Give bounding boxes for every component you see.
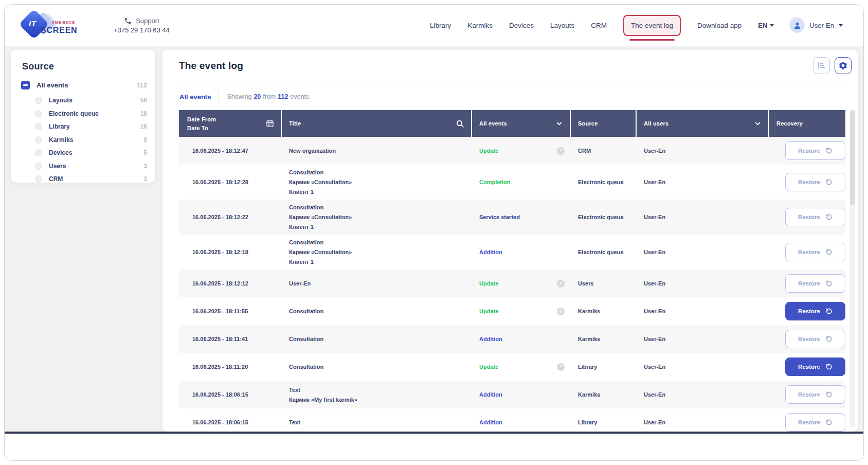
header-all-events[interactable]: All events [472, 110, 571, 137]
cell-title: User-En [282, 270, 472, 297]
filter-all-events[interactable]: All events 112 [21, 81, 147, 90]
header-title[interactable]: Title [282, 110, 472, 137]
source-list-item[interactable]: Users 3 [35, 163, 147, 170]
language-selector[interactable]: EN [758, 22, 774, 29]
source-item-label: Karmiks [49, 136, 73, 144]
showing-middle: from [263, 93, 276, 100]
restore-button[interactable]: Restore [785, 385, 845, 404]
tab-all-events[interactable]: All events [179, 93, 211, 101]
title-line: Text [289, 419, 300, 426]
radio-icon[interactable] [35, 136, 42, 144]
user-menu[interactable]: User-En [789, 17, 843, 33]
chevron-down-icon [770, 24, 774, 27]
source-list-item[interactable]: Karmiks 9 [35, 136, 147, 144]
cell-source: Library [571, 353, 637, 381]
cell-source: Library [571, 408, 637, 432]
header-date[interactable]: Date From Date To [179, 110, 282, 137]
nav-item-label: Library [430, 22, 451, 29]
info-icon[interactable]: ? [557, 147, 565, 155]
cell-source: Electronic queue [571, 235, 637, 270]
title-line: Клиент 1 [289, 258, 352, 265]
restore-button[interactable]: Restore [785, 141, 845, 160]
restore-button[interactable]: Restore [785, 413, 845, 432]
itscreen-logo[interactable]: IT AMBIENCE SCREEN [20, 10, 86, 40]
table-row: 16.06.2025 - 18:06:15 TextКармик «My fir… [179, 381, 845, 408]
source-item-count: 18 [140, 110, 147, 117]
chart-button[interactable] [813, 57, 830, 74]
info-icon[interactable]: ? [557, 363, 565, 371]
logo-ambience-text: AMBIENCE [52, 21, 75, 24]
title-line: User-En [289, 280, 311, 287]
cell-source: Karmiks [571, 381, 637, 408]
source-item-label: Devices [49, 149, 72, 156]
restore-button[interactable]: Restore [785, 243, 845, 261]
cell-date: 16.06.2025 - 18:12:18 [179, 235, 282, 270]
source-list: Layouts 58 Electronic queue 18 Library 1… [35, 97, 147, 183]
source-list-item[interactable]: Electronic queue 18 [35, 110, 147, 117]
title-line: Consultation [289, 169, 352, 176]
header-source[interactable]: Source [571, 110, 637, 137]
radio-icon[interactable] [35, 163, 42, 170]
settings-button[interactable] [835, 57, 852, 74]
gear-icon [838, 61, 848, 70]
restore-button[interactable]: Restore [785, 302, 845, 320]
source-list-item[interactable]: Layouts 58 [35, 97, 147, 104]
cell-event: Update ? [472, 297, 571, 325]
info-icon[interactable]: ? [557, 308, 565, 315]
restore-button[interactable]: Restore [785, 173, 845, 191]
restore-button[interactable]: Restore [785, 357, 845, 376]
cell-recovery: Restore [769, 325, 845, 353]
cell-title: TextКармик «My first karmik» [282, 381, 472, 408]
table-body: 16.06.2025 - 18:12:47 New organization U… [179, 137, 845, 432]
cell-title: ConsultationКармик «Consultation»Клиент … [282, 200, 472, 235]
radio-icon[interactable] [35, 149, 42, 156]
restore-label: Restore [798, 148, 820, 154]
cell-title: New organization [282, 137, 472, 165]
nav-item-label: Karmiks [467, 22, 493, 29]
restore-button[interactable]: Restore [785, 330, 845, 348]
active-nav-underline [629, 39, 675, 41]
restore-label: Restore [798, 249, 820, 255]
radio-icon[interactable] [35, 97, 42, 104]
source-list-item[interactable]: Devices 5 [35, 149, 147, 156]
restore-button[interactable]: Restore [785, 208, 845, 226]
all-events-checkbox[interactable] [21, 81, 30, 90]
nav-item[interactable]: Library [430, 22, 451, 29]
event-type: Update [479, 364, 498, 370]
restore-button[interactable]: Restore [785, 274, 845, 293]
radio-icon[interactable] [35, 110, 42, 117]
event-log-table: Date From Date To Title All events [179, 110, 845, 432]
source-list-item[interactable]: Library 16 [35, 123, 147, 130]
support-contact[interactable]: Support +375 29 170 63 44 [114, 17, 170, 34]
cell-date: 16.06.2025 - 18:06:15 [179, 381, 282, 408]
calendar-icon[interactable] [266, 119, 274, 128]
nav-item[interactable]: CRM [591, 22, 607, 29]
cell-recovery: Restore [769, 408, 845, 432]
cell-date: 16.06.2025 - 18:12:47 [179, 137, 282, 165]
cell-date: 16.06.2025 - 18:12:12 [179, 270, 282, 297]
cell-user: User-En [637, 297, 769, 325]
source-list-item[interactable]: CRM 3 [35, 175, 147, 183]
scrollbar-thumb[interactable] [850, 110, 855, 205]
cell-recovery: Restore [769, 165, 845, 200]
radio-icon[interactable] [35, 123, 42, 130]
nav-item[interactable]: Devices [509, 22, 534, 29]
table-row: 16.06.2025 - 18:12:22 ConsultationКармик… [179, 200, 845, 235]
cell-title: Consultation [282, 325, 472, 353]
cell-recovery: Restore [769, 200, 845, 235]
nav-item[interactable]: The event log [623, 15, 681, 36]
support-phone[interactable]: +375 29 170 63 44 [114, 26, 170, 34]
nav-item[interactable]: Layouts [550, 22, 574, 29]
cell-user: User-En [637, 408, 769, 432]
radio-icon[interactable] [35, 175, 42, 183]
info-icon[interactable]: ? [557, 280, 565, 288]
cell-date: 16.06.2025 - 18:12:22 [179, 200, 282, 235]
title-line: Кармик «Consultation» [289, 213, 352, 221]
table-scrollbar[interactable] [850, 110, 855, 427]
nav-item[interactable]: Download app [697, 22, 742, 29]
restore-label: Restore [798, 280, 820, 287]
header-all-users[interactable]: All users [637, 110, 769, 137]
source-filter-panel: Source All events 112 Layouts 58 E [11, 50, 155, 183]
nav-item[interactable]: Karmiks [467, 22, 493, 29]
search-icon[interactable] [456, 119, 464, 128]
